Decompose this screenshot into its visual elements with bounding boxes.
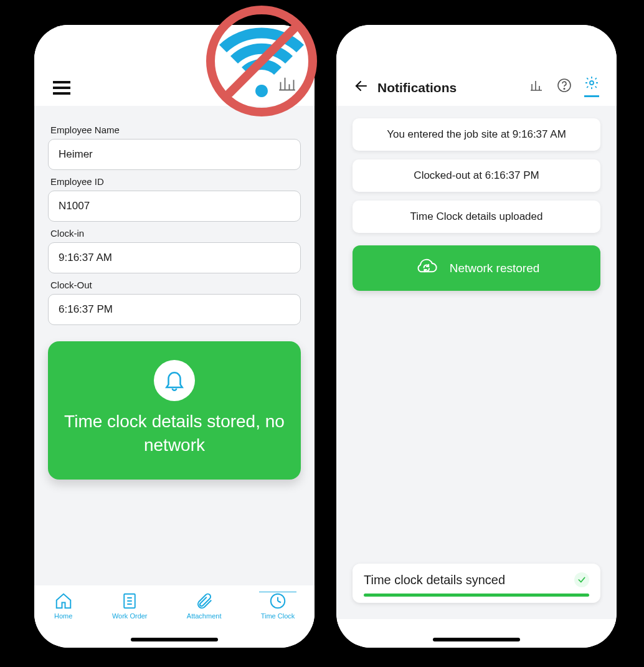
clock-out-field[interactable]	[48, 294, 301, 325]
gear-icon[interactable]	[584, 75, 599, 97]
bottom-area	[336, 619, 617, 648]
sync-status-card: Time clock details synced	[353, 564, 600, 603]
nav-home[interactable]: Home	[54, 592, 73, 620]
check-icon	[574, 572, 589, 587]
label-clock-in: Clock-in	[50, 228, 301, 239]
back-arrow-icon[interactable]	[354, 78, 369, 97]
employee-id-field[interactable]	[48, 191, 301, 222]
nav-time-clock[interactable]: Time Clock	[261, 592, 295, 620]
bell-icon	[154, 360, 195, 401]
hamburger-icon[interactable]	[53, 81, 70, 95]
nav-label: Attachment	[187, 612, 222, 620]
employee-name-field[interactable]	[48, 139, 301, 170]
label-clock-out: Clock-Out	[50, 280, 301, 290]
page-title: Notifications	[377, 80, 457, 95]
cloud-sync-icon	[414, 255, 438, 281]
nav-label: Home	[54, 612, 72, 620]
network-restored-banner: Network restored	[353, 245, 600, 291]
clock-in-field[interactable]	[48, 242, 301, 273]
notification-item[interactable]: Time Clock details uploaded	[353, 201, 600, 233]
home-indicator	[433, 638, 520, 641]
banner-text: Network restored	[450, 262, 540, 275]
label-employee-id: Employee ID	[50, 176, 301, 187]
notification-item[interactable]: You entered the job site at 9:16:37 AM	[353, 118, 600, 151]
notification-item[interactable]: Clocked-out at 6:16:37 PM	[353, 159, 600, 192]
nav-label: Time Clock	[261, 612, 295, 620]
svg-line-13	[278, 601, 281, 603]
bar-chart-icon[interactable]	[529, 78, 544, 95]
nav-label: Work Order	[112, 612, 148, 620]
phone-right: Notifications	[336, 25, 617, 648]
label-employee-name: Employee Name	[50, 125, 301, 135]
help-icon[interactable]	[557, 78, 572, 95]
nav-work-order[interactable]: Work Order	[112, 592, 148, 620]
bottom-nav: Home Work Order Attachment Time Clock	[34, 585, 315, 648]
notifications-area: You entered the job site at 9:16:37 AM C…	[336, 106, 617, 619]
time-clock-form: Employee Name Employee ID Clock-in Clock…	[34, 106, 315, 585]
no-wifi-icon	[206, 5, 318, 117]
progress-bar	[364, 594, 589, 597]
sync-status-text: Time clock details synced	[364, 573, 505, 587]
header-right: Notifications	[336, 25, 617, 106]
home-indicator	[131, 638, 218, 641]
svg-point-20	[564, 88, 565, 89]
nav-attachment[interactable]: Attachment	[187, 592, 222, 620]
phone-left: Employee Name Employee ID Clock-in Clock…	[34, 25, 315, 648]
offline-status-card: Time clock details stored, no network	[48, 341, 301, 480]
svg-point-21	[590, 81, 594, 85]
offline-status-text: Time clock details stored, no network	[60, 410, 288, 457]
